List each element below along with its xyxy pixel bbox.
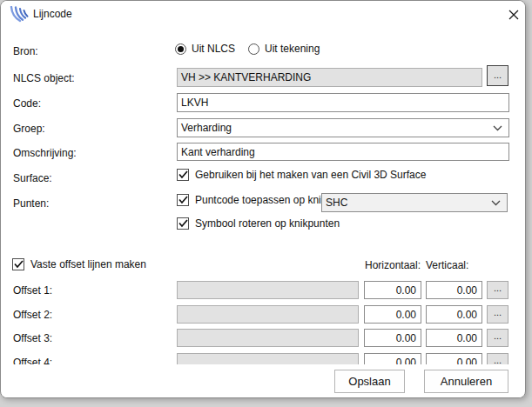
checkmark-icon [14,260,24,269]
omschrijving-input[interactable] [177,143,509,161]
offset-2-horizontaal-input[interactable] [364,305,421,324]
checkmark-icon [178,196,188,204]
symbool-checkbox-row[interactable]: Symbool roteren op knikpunten [177,217,340,230]
footer-bar: Opslaan Annuleren [2,364,524,398]
radio-option-uit-tekening[interactable]: Uit tekening [248,43,320,55]
offset-3-label: Offset 3: [13,332,52,344]
radio-uit-tekening-label: Uit tekening [265,43,320,55]
puntcode-dropdown-value: SHC [326,194,347,211]
lijncode-dialog: Lijncode Bron: Uit NLCS Uit tekening NLC… [0,0,526,398]
code-input[interactable] [177,93,509,112]
offset-2-verticaal-input[interactable] [426,305,482,324]
surface-checkbox-label: Gebruiken bij het maken van een Civil 3D… [195,169,426,181]
offset-3-verticaal-input[interactable] [426,329,482,347]
save-button[interactable]: Opslaan [334,370,405,393]
offset-1-label: Offset 1: [13,284,52,297]
offset-2-name-field [177,305,359,324]
symbool-checkbox[interactable] [177,217,189,230]
surface-checkbox-row[interactable]: Gebruiken bij het maken van een Civil 3D… [177,169,426,181]
offset-2-browse-button[interactable]: ... [487,305,508,324]
close-button[interactable] [502,4,525,24]
checkmark-icon [178,170,188,179]
surface-checkbox[interactable] [177,169,189,181]
offset-3-horizontaal-input[interactable] [364,329,421,347]
groep-label: Groep: [13,123,45,135]
verticaal-column-header: Verticaal: [426,259,468,271]
nlcs-object-field: VH >> KANTVERHARDING [177,68,482,87]
symbool-checkbox-label: Symbool roteren op knikpunten [195,217,340,230]
vaste-offset-checkbox-row[interactable]: Vaste offset lijnen maken [12,258,146,270]
offset-1-verticaal-input[interactable] [426,281,482,299]
offset-1-browse-button[interactable]: ... [487,281,508,299]
offset-1-horizontaal-input[interactable] [364,281,421,299]
surface-label: Surface: [13,172,52,184]
vaste-offset-checkbox[interactable] [12,258,24,270]
radio-uit-nlcs-selected[interactable] [175,43,186,55]
offset-2-label: Offset 2: [13,309,52,321]
groep-dropdown-value: Verharding [181,119,232,137]
bron-radio-group: Uit NLCS Uit tekening [175,43,320,55]
chevron-down-icon [493,125,502,131]
horizontaal-column-header: Horizontaal: [365,259,421,271]
chevron-down-icon [491,200,501,206]
nlcs-object-browse-button[interactable]: ... [487,65,508,86]
radio-uit-nlcs-label: Uit NLCS [192,43,235,55]
radio-uit-tekening[interactable] [248,43,259,55]
radio-option-uit-nlcs[interactable]: Uit NLCS [175,43,235,55]
offset-3-browse-button[interactable]: ... [487,329,508,347]
puntcode-checkbox[interactable] [177,194,189,206]
checkmark-icon [178,219,188,228]
offset-1-name-field [177,281,359,299]
bron-label: Bron: [13,45,38,57]
nlcs-object-label: NLCS object: [13,72,75,84]
window-title: Lijncode [33,8,72,20]
punten-label: Punten: [13,197,49,210]
cancel-button[interactable]: Annuleren [424,370,508,393]
omschrijving-label: Omschrijving: [13,147,77,159]
code-label: Code: [13,97,41,110]
title-bar: Lijncode [1,1,525,27]
groep-dropdown[interactable]: Verharding [177,118,509,137]
close-icon [508,10,519,20]
vaste-offset-checkbox-label: Vaste offset lijnen maken [30,258,146,270]
offset-3-name-field [177,329,359,347]
app-logo-icon [10,6,29,23]
puntcode-dropdown[interactable]: SHC [321,193,508,212]
